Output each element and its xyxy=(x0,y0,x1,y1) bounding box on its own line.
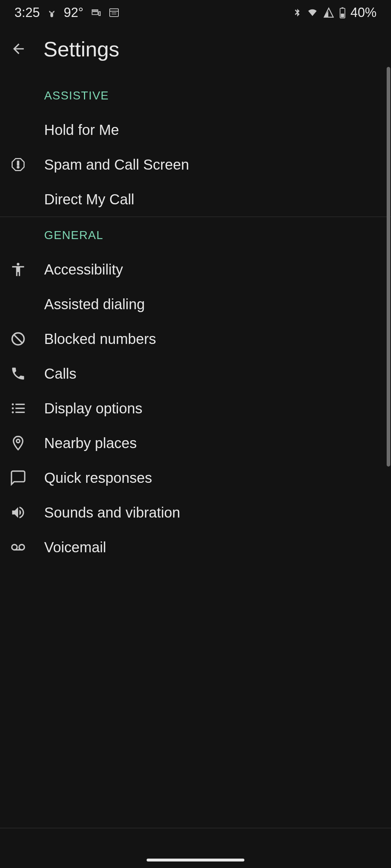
back-button[interactable] xyxy=(10,40,27,58)
item-label: Accessibility xyxy=(44,261,123,278)
app-bar: Settings xyxy=(0,25,391,72)
svg-rect-8 xyxy=(17,161,19,165)
svg-point-18 xyxy=(12,545,17,550)
report-icon xyxy=(10,157,26,173)
chat-icon xyxy=(10,470,26,486)
item-accessibility[interactable]: Accessibility xyxy=(0,252,391,287)
svg-point-14 xyxy=(12,411,14,413)
item-label: Voicemail xyxy=(44,539,106,556)
item-direct-my-call[interactable]: Direct My Call xyxy=(0,182,391,217)
bluetooth-icon xyxy=(293,7,302,18)
item-label: Spam and Call Screen xyxy=(44,157,189,173)
item-calls[interactable]: Calls xyxy=(0,356,391,391)
settings-content: ASSISTIVE Hold for Me Spam and Call Scre… xyxy=(0,72,391,565)
svg-rect-17 xyxy=(16,412,25,413)
signal-icon xyxy=(323,7,335,18)
svg-point-13 xyxy=(12,407,14,409)
phone-icon xyxy=(10,366,26,382)
svg-rect-6 xyxy=(341,14,344,17)
item-nearby-places[interactable]: Nearby places xyxy=(0,426,391,460)
status-bar-left: 3:25 92° xyxy=(14,5,120,20)
status-bar-right: 40% xyxy=(293,5,377,20)
item-label: Quick responses xyxy=(44,470,152,486)
item-label: Nearby places xyxy=(44,435,137,451)
item-hold-for-me[interactable]: Hold for Me xyxy=(0,112,391,147)
svg-rect-15 xyxy=(16,404,25,405)
status-temperature: 92° xyxy=(64,5,83,20)
item-voicemail[interactable]: Voicemail xyxy=(0,530,391,565)
accessibility-icon xyxy=(10,261,26,277)
list-icon xyxy=(10,400,26,416)
item-label: Display options xyxy=(44,400,142,417)
svg-rect-16 xyxy=(16,408,25,409)
status-battery-percent: 40% xyxy=(350,5,377,20)
volume-icon xyxy=(10,505,26,520)
item-quick-responses[interactable]: Quick responses xyxy=(0,460,391,495)
svg-point-7 xyxy=(17,166,19,168)
wifi-icon xyxy=(306,8,319,18)
calendar-icon xyxy=(108,7,120,18)
battery-icon xyxy=(339,7,346,18)
page-title: Settings xyxy=(43,37,119,61)
status-time: 3:25 xyxy=(14,5,40,20)
item-label: Calls xyxy=(44,366,76,382)
devices-icon xyxy=(90,7,102,18)
svg-point-12 xyxy=(12,403,14,405)
item-blocked-numbers[interactable]: Blocked numbers xyxy=(0,322,391,356)
item-label: Direct My Call xyxy=(44,191,134,208)
voicemail-icon xyxy=(10,539,26,555)
location-icon xyxy=(10,435,26,451)
item-display-options[interactable]: Display options xyxy=(0,391,391,426)
item-label: Blocked numbers xyxy=(44,331,156,347)
item-label: Assisted dialing xyxy=(44,296,145,312)
item-spam-call-screen[interactable]: Spam and Call Screen xyxy=(0,147,391,182)
svg-line-11 xyxy=(14,335,22,343)
item-assisted-dialing[interactable]: Assisted dialing xyxy=(0,287,391,322)
block-icon xyxy=(10,331,26,347)
divider xyxy=(0,828,391,828)
svg-point-9 xyxy=(17,263,19,265)
svg-rect-5 xyxy=(341,7,343,8)
plant-icon xyxy=(46,7,57,18)
nav-gesture-bar[interactable] xyxy=(147,859,244,861)
item-label: Hold for Me xyxy=(44,122,119,138)
arrow-back-icon xyxy=(10,41,26,57)
scroll-indicator[interactable] xyxy=(387,67,390,467)
item-sounds-vibration[interactable]: Sounds and vibration xyxy=(0,495,391,530)
svg-point-19 xyxy=(19,545,25,550)
status-bar: 3:25 92° 40% xyxy=(0,0,391,25)
section-header-assistive: ASSISTIVE xyxy=(0,82,391,112)
section-header-general: GENERAL xyxy=(0,217,391,252)
item-label: Sounds and vibration xyxy=(44,505,180,521)
